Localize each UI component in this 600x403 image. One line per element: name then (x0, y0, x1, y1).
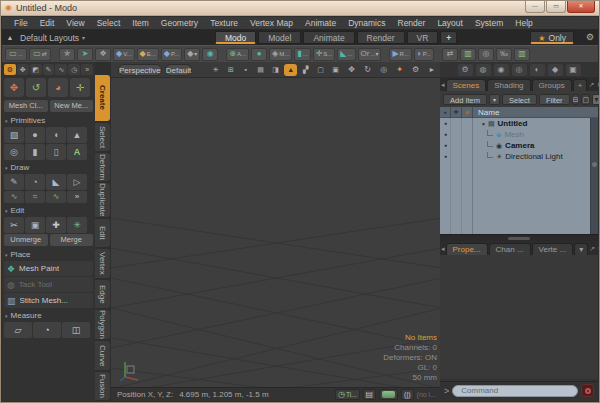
vtab-edit[interactable]: Edit (95, 219, 110, 247)
polygon-pen-tool-button[interactable]: ◣ (46, 174, 66, 190)
swap-tool-button[interactable]: ⇄ (442, 48, 458, 61)
setup-mode-button[interactable]: ✯ (59, 48, 75, 61)
action-center-tool-button[interactable]: ✛ (70, 78, 90, 97)
zoom-icon[interactable]: ◎ (377, 64, 390, 76)
items-mode-button[interactable]: ◆▾ (184, 48, 200, 61)
vertices-mode-button[interactable]: ◆V... (113, 48, 135, 61)
viewport-gear-icon[interactable]: ⚙ (409, 64, 422, 76)
only-toggle-button[interactable]: ★Only (530, 31, 574, 44)
preset-camera-icon[interactable]: ◐ (530, 64, 545, 76)
default-shading-icon[interactable]: ▲ (284, 64, 297, 76)
transform-tool-button[interactable]: ✥ (4, 78, 24, 97)
falloff-button[interactable]: ◣... (337, 48, 355, 61)
bezier-tool-button[interactable]: ▷ (67, 174, 87, 190)
projection-dropdown[interactable]: Perspective (118, 64, 162, 76)
toolbox-tab-time[interactable]: ◷ (68, 64, 80, 75)
draw-more-button[interactable]: » (67, 191, 87, 203)
name-column-header[interactable]: Name (473, 108, 499, 117)
vtab-deform[interactable]: Deform (95, 153, 110, 181)
print-button[interactable]: ▤ (363, 389, 377, 400)
mesh-paint-tool[interactable]: ❖ Mesh Paint (4, 261, 93, 276)
text-tool-button[interactable]: A (67, 144, 87, 160)
matcap-icon[interactable]: ◨ (269, 64, 282, 76)
tab-shading[interactable]: Shading (487, 79, 530, 91)
eye-icon[interactable]: ● (440, 118, 451, 129)
preset-locator-icon[interactable]: ◎ (512, 64, 527, 76)
record-macro-button[interactable] (581, 384, 594, 397)
viewport-canvas[interactable]: No Items Channels: 0 Deformers: ON GL: 0… (111, 78, 442, 387)
unmerge-button[interactable]: Unmerge (4, 234, 48, 246)
spline-tool-button[interactable]: ∿ (46, 191, 66, 203)
menu-vertex-map[interactable]: Vertex Map (244, 18, 299, 28)
menu-select[interactable]: Select (91, 18, 127, 28)
dot-option-icon[interactable]: ▪ (239, 64, 252, 76)
stitch-mesh-tool[interactable]: ▥ Stitch Mesh... (4, 293, 93, 308)
search-button[interactable]: ◎ (478, 48, 494, 61)
environment-icon[interactable]: ▞ (299, 64, 312, 76)
primitives-section-header[interactable]: ▾ Primitives (5, 115, 93, 126)
tab-groups[interactable]: Groups (532, 79, 572, 91)
menu-render[interactable]: Render (392, 18, 432, 28)
preset-mesh-icon[interactable]: ◍ (476, 64, 491, 76)
toolbox-tab-basic[interactable]: ⚙ (4, 64, 16, 75)
script-button[interactable]: (|) (401, 389, 413, 400)
toolbox-tab-transform[interactable]: ✥ (17, 64, 29, 75)
draw-section-header[interactable]: ▾ Draw (5, 162, 93, 173)
tabs-overflow-caret[interactable]: ▾ (574, 243, 588, 255)
menu-view[interactable]: View (60, 18, 90, 28)
tab-scenes[interactable]: Scenes (446, 79, 487, 91)
arc-tool-button[interactable]: ◔ (25, 174, 45, 190)
tube-tool-button[interactable]: ▯ (46, 144, 66, 160)
menu-animate[interactable]: Animate (299, 18, 342, 28)
bspline-tool-button[interactable]: ≈ (25, 191, 45, 203)
preset-instance-icon[interactable]: ◉ (494, 64, 509, 76)
clear-icon[interactable]: ▢ (581, 94, 590, 105)
preview-button[interactable]: ◗P... (414, 48, 434, 61)
add-item-button[interactable]: Add Item (443, 94, 487, 105)
wireframe-icon[interactable]: ▤ (254, 64, 267, 76)
pin-tool-button[interactable]: ✚ (46, 217, 66, 233)
merge-verts-tool-button[interactable]: ✳ (67, 217, 87, 233)
filter-funnel-icon[interactable]: ▼ (592, 94, 600, 105)
capsule-tool-button[interactable]: ◖ (46, 127, 66, 143)
tab-properties[interactable]: Prope... (446, 243, 488, 255)
visibility-column-icon[interactable]: ● (440, 107, 451, 118)
item-row-mesh[interactable]: ● ◆ Mesh (440, 129, 598, 140)
edit-section-header[interactable]: ▾ Edit (5, 205, 93, 216)
list-ops-button[interactable]: ▥ (460, 48, 476, 61)
layout-tab-render[interactable]: Render (357, 31, 405, 44)
meter-button[interactable]: ▥ (514, 48, 530, 61)
pin-icon[interactable]: ▲ (2, 34, 18, 41)
menu-system[interactable]: System (469, 18, 509, 28)
pan-icon[interactable]: ✥ (345, 64, 358, 76)
render-layout-button[interactable]: ▶R... (389, 48, 412, 61)
popout-icon[interactable]: ↗ (588, 81, 594, 88)
select-through-button[interactable]: ❖ (95, 48, 111, 61)
dimensions-button[interactable]: ‰ (496, 48, 512, 61)
ruler-tool-button[interactable]: ▱ (4, 322, 32, 338)
toolbox-tab-paint[interactable]: ✎ (43, 64, 55, 75)
measure-section-header[interactable]: ▾ Measure (5, 310, 93, 321)
cube-tool-button[interactable]: ▧ (4, 127, 24, 143)
mesh-cleanup-button[interactable]: Mesh Cl... (4, 100, 48, 112)
layout-split-button[interactable]: ▭⇄ (29, 48, 51, 61)
item-row-untitled[interactable]: ● ▼ ▤ Untitled (440, 118, 598, 129)
command-chevron-icon[interactable]: > (444, 386, 449, 396)
command-input[interactable] (452, 385, 578, 397)
expand-icon[interactable]: ▼ (481, 121, 486, 127)
merge-button[interactable]: Merge (50, 234, 94, 246)
snapping-button[interactable]: ✛S... (313, 48, 336, 61)
auto-select-button[interactable]: ➤ (77, 48, 93, 61)
sphere-tool-button[interactable]: ● (25, 127, 45, 143)
tabs-back-icon[interactable]: ◂ (441, 81, 445, 88)
select-button[interactable]: Select (502, 94, 537, 105)
collapse-all-icon[interactable]: ⊟ (572, 94, 580, 105)
action-axis-button[interactable]: ⊕A... (226, 48, 249, 61)
menu-texture[interactable]: Texture (204, 18, 244, 28)
menu-layout[interactable]: Layout (431, 18, 469, 28)
cut-tool-button[interactable]: ✂ (4, 217, 24, 233)
toolbox-tab-more[interactable]: » (81, 64, 93, 75)
protractor-tool-button[interactable]: ◔ (33, 322, 61, 338)
symmetry-button[interactable]: ▮... (294, 48, 310, 61)
layout-tab-animate[interactable]: Animate (303, 31, 354, 44)
